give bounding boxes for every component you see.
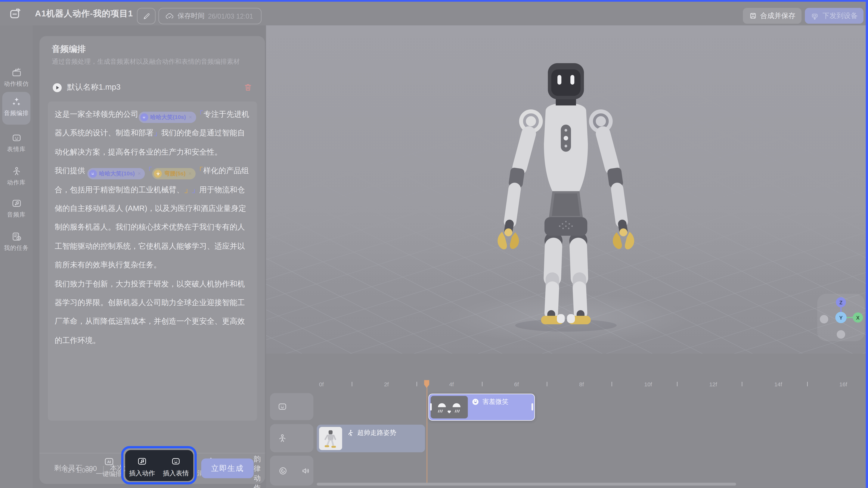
rename-button[interactable] [137, 8, 156, 24]
insert-action-button[interactable]: 插入动作 [129, 456, 155, 478]
remove-tag-icon[interactable]: × [137, 164, 141, 183]
action-clip[interactable]: 超帅走路姿势 [317, 425, 425, 452]
action-track-icon[interactable] [277, 433, 287, 443]
person-icon [11, 166, 22, 177]
gizmo-y-label: Y [839, 315, 843, 321]
cloud-check-icon [165, 12, 174, 21]
sidebar-item-audio-arrange[interactable]: 音频编排 [0, 97, 33, 117]
delete-audio-button[interactable] [244, 83, 252, 92]
ruler-frame-label: 8f [579, 381, 584, 387]
script-editor[interactable]: 这是一家全球领先的公司哈哈大笑(10s)×「专注于先进机器人系统的设计、制造和部… [48, 102, 257, 421]
music-box-icon [11, 198, 22, 209]
action-clip-label-row: 超帅走路姿势 [347, 429, 396, 437]
expression-clip-selected[interactable]: 害羞微笑 [428, 394, 535, 421]
script-text: 这是一家全球领先的公司哈哈大笑(10s)×「专注于先进机器人系统的设计、制造和部… [55, 105, 251, 350]
footer-divider: | [102, 464, 104, 472]
sidebar-item-motion-mimic[interactable]: 动作模仿 [0, 67, 33, 88]
audio-file-row: 默认名称1.mp3 [52, 80, 252, 95]
expression-tag-pill[interactable]: 哈哈大笑(10s)× [138, 112, 196, 123]
smiley-icon [472, 398, 479, 405]
generate-now-button[interactable]: 立即生成 [201, 458, 254, 478]
deploy-to-device-button[interactable]: 下发到设备 [805, 8, 864, 24]
sidebar-item-label: 动作库 [7, 179, 26, 187]
ruler-frame-label: 14f [774, 381, 782, 387]
audio-arrange-panel: 音频编排 通过音频处理，生成音频素材以及融合动作和表情的音频编排素材 默认名称1… [39, 36, 265, 484]
synthesize-save-button[interactable]: 合成并保存 [743, 8, 802, 24]
expression-clip-label-row: 害羞微笑 [472, 398, 508, 406]
robot-eye-right [570, 75, 575, 85]
audio-track-icon[interactable] [278, 466, 288, 476]
sidebar-item-label: 我的任务 [4, 245, 29, 252]
scene-3d: Z X Y [266, 26, 866, 354]
ruler-tick [612, 382, 612, 386]
remove-tag-icon[interactable]: × [189, 108, 192, 126]
robot-shadow [515, 319, 617, 332]
clip-left-handle[interactable] [430, 403, 432, 410]
expression-tag-pill[interactable]: 哈哈大笑(10s)× [87, 168, 145, 179]
insert-action-label: 插入动作 [129, 469, 155, 478]
sparkles-icon [11, 97, 22, 107]
action-tag-pill[interactable]: 弯腰(5s)× [152, 168, 195, 179]
sidebar-item-action-lib[interactable]: 动作库 [0, 166, 33, 187]
panel-description: 通过音频处理，生成音频素材以及融合动作和表情的音频编排素材 [52, 58, 255, 66]
expression-pill-icon [140, 113, 148, 121]
ruler-tick [351, 382, 352, 386]
ruler-tick [742, 382, 742, 386]
gizmo-x-label: X [856, 315, 860, 321]
sidebar-item-expression-lib[interactable]: 表情库 [0, 133, 33, 153]
ruler-frame-label: 16f [839, 381, 847, 387]
expression-pill-icon [89, 170, 97, 177]
ruler-frame-label: 0f [319, 381, 324, 387]
clip-right-handle[interactable] [531, 403, 533, 410]
insert-expression-button[interactable]: 插入表情 [163, 456, 189, 478]
robot-eye-left [557, 75, 561, 85]
gizmo-neg-x-dot[interactable] [820, 315, 828, 324]
timeline-scrollbar[interactable] [317, 483, 736, 486]
remaining-stones-label: 剩余灵石 [54, 464, 82, 473]
app-logo-icon[interactable] [8, 7, 22, 21]
sidebar-item-my-tasks[interactable]: 我的任务 [0, 231, 33, 252]
mute-track-icon[interactable] [301, 466, 311, 476]
play-audio-button[interactable] [52, 82, 63, 93]
sidebar-item-audio-lib[interactable]: 音频库 [0, 198, 33, 219]
audio-file-name: 默认名称1.mp3 [67, 82, 121, 92]
ruler-tick [807, 382, 807, 386]
viewport-3d[interactable]: Z X Y [266, 26, 866, 354]
playhead-line[interactable] [427, 387, 427, 483]
robot-download-icon [811, 12, 819, 20]
action-track-rail [270, 424, 313, 452]
axis-gizmo[interactable]: Z X Y [817, 294, 865, 341]
robot-face-icon [11, 133, 22, 143]
ruler-frame-label: 12f [709, 381, 717, 387]
quote-bracket: 「 [145, 167, 153, 175]
action-pill-icon [154, 170, 162, 177]
quote-bracket: 「 [196, 110, 204, 118]
timeline-panel: 00:00 / 00:30 0f2f4f6f8f10f12f14f16f [266, 354, 866, 488]
remove-tag-icon[interactable]: × [188, 164, 192, 183]
tag-label: 弯腰(5s) [164, 164, 185, 183]
app-window: A1机器人动作-我的项目1 保存时间 26/01/03 12:01 合成并保存 … [0, 0, 868, 488]
expression-track-icon[interactable] [277, 402, 287, 412]
gizmo-neg-z-dot[interactable] [837, 331, 845, 339]
sidebar-item-label: 动作模仿 [4, 80, 29, 88]
panel-title: 音频编排 [52, 44, 86, 55]
generate-now-label: 立即生成 [211, 463, 244, 473]
timeline-ruler[interactable]: 0f2f4f6f8f10f12f14f16f [317, 379, 866, 392]
sidebar-item-label: 音频编排 [4, 110, 29, 117]
ruler-frame-label: 4f [449, 381, 454, 387]
expression-clip-thumbnail [431, 396, 468, 419]
save-status: 保存时间 26/01/03 12:01 [158, 8, 261, 24]
tag-label: 哈哈大笑(10s) [99, 164, 135, 183]
expression-clip-label: 害羞微笑 [483, 398, 508, 406]
audio-track-rail [270, 456, 313, 486]
ruler-tick [482, 382, 482, 386]
sidebar-nav: 动作模仿音频编排表情库动作库音频库我的任务 [0, 26, 33, 488]
insert-expression-label: 插入表情 [163, 469, 189, 478]
quote-bracket: 「 [195, 167, 203, 175]
sidebar-item-label: 表情库 [7, 146, 26, 153]
screen-edge-top [0, 0, 868, 2]
ruler-frame-label: 10f [644, 381, 652, 387]
save-time-label: 保存时间 [178, 11, 205, 21]
playhead-handle[interactable] [422, 380, 432, 389]
task-list-icon [11, 231, 22, 242]
